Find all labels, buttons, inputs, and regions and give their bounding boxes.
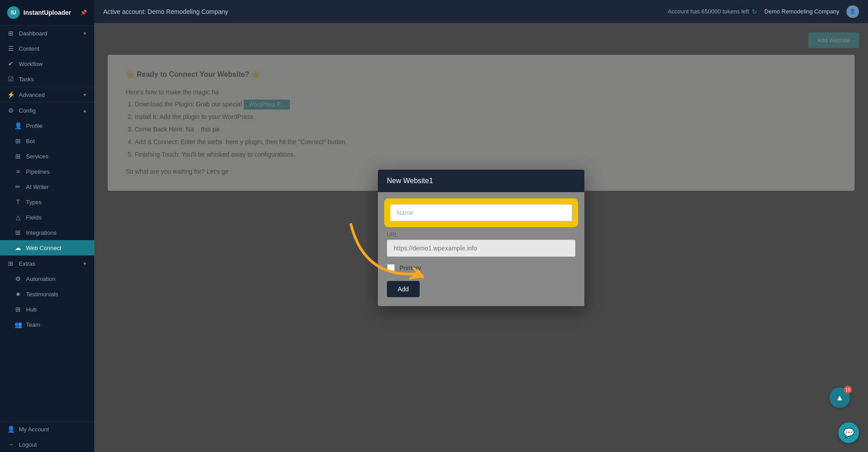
primary-row: Primary (387, 264, 575, 272)
sidebar-label: Content (19, 45, 87, 52)
scroll-top-button[interactable]: ▲ 16 (829, 387, 850, 408)
sidebar-item-hub[interactable]: ⊞ Hub (0, 302, 94, 317)
logo-icon: IU (7, 6, 20, 19)
workflow-icon: ✔ (7, 60, 14, 67)
chat-icon: 💬 (843, 427, 855, 438)
tokens-text: Account has 650000 tokens left (668, 8, 749, 15)
sidebar-item-testimonials[interactable]: ★ Testimonials (0, 286, 94, 302)
sidebar-label: Config (19, 107, 78, 114)
dashboard-icon: ⊞ (7, 30, 14, 37)
web-connect-icon: ☁ (14, 244, 22, 251)
sidebar-item-integrations[interactable]: ⊞ Integrations (0, 225, 94, 240)
name-input[interactable] (390, 204, 572, 221)
sidebar-item-extras[interactable]: ⊞ Extras ▼ (0, 256, 94, 271)
topbar: Active account: Demo Remodeling Company … (94, 0, 868, 23)
pipelines-icon: ≡ (14, 168, 22, 175)
sidebar-item-config[interactable]: ⚙ Config ▲ (0, 103, 94, 118)
topbar-title: Active account: Demo Remodeling Company (103, 8, 668, 15)
sidebar-item-workflow[interactable]: ✔ Workflow (0, 56, 94, 71)
sidebar-item-web-connect[interactable]: ☁ Web Connect (0, 240, 94, 255)
automation-icon: ⚙ (14, 275, 22, 282)
sidebar-item-pipelines[interactable]: ≡ Pipelines (0, 164, 94, 179)
sidebar-item-bot[interactable]: ⊞ Bot (0, 133, 94, 149)
logout-icon: → (7, 441, 14, 448)
sidebar-item-ai-writer[interactable]: ✏ AI Writer (0, 179, 94, 194)
types-icon: T (14, 198, 22, 206)
sidebar-label: Profile (26, 123, 87, 129)
modal-body: URL Primary Add (378, 192, 584, 306)
modal-header: New Website1 (378, 170, 584, 192)
sidebar-item-services[interactable]: ⊞ Services (0, 149, 94, 164)
pin-icon[interactable]: 📌 (80, 9, 87, 16)
sidebar-item-automation[interactable]: ⚙ Automation (0, 271, 94, 286)
sidebar-label: My Account (19, 426, 87, 433)
chat-button[interactable]: 💬 (838, 422, 859, 443)
account-name: Demo Remodeling Company (764, 8, 839, 15)
sidebar-item-logout[interactable]: → Logout (0, 437, 94, 452)
content-area: Add Website 🌟 Ready to Connect Your Webs… (94, 23, 868, 452)
sidebar-label: Integrations (26, 229, 87, 236)
refresh-icon[interactable]: ↻ (752, 8, 757, 15)
hub-icon: ⊞ (14, 306, 22, 313)
sidebar-label: Pipelines (26, 168, 87, 175)
sidebar-label: Dashboard (19, 30, 78, 37)
name-field-highlighted (387, 201, 575, 224)
sidebar-item-team[interactable]: 👥 Team (0, 317, 94, 332)
sidebar-label: Testimonials (26, 291, 87, 298)
tokens-info: Account has 650000 tokens left ↻ (668, 8, 757, 15)
advanced-icon: ⚡ (7, 91, 14, 98)
modal-new-website: New Website1 URL Primary (378, 170, 584, 306)
content-icon: ☰ (7, 45, 14, 52)
my-account-icon: 👤 (7, 426, 14, 433)
sidebar-item-types[interactable]: T Types (0, 194, 94, 210)
sidebar-label: AI Writer (26, 184, 87, 190)
bot-icon: ⊞ (14, 137, 22, 145)
sidebar-label: Workflow (19, 61, 87, 67)
sidebar-label: Bot (26, 138, 87, 145)
chevron-up-icon: ▲ (83, 108, 87, 113)
profile-icon: 👤 (14, 122, 22, 129)
extras-icon: ⊞ (7, 260, 14, 267)
avatar: 👤 (846, 5, 859, 18)
sidebar-label: Hub (26, 306, 87, 313)
sidebar-item-tasks[interactable]: ☑ Tasks (0, 71, 94, 87)
topbar-right: Account has 650000 tokens left ↻ Demo Re… (668, 5, 859, 18)
chevron-down-icon: ▼ (83, 31, 87, 36)
notification-badge: 16 (844, 386, 852, 394)
app-name: InstantUploader (23, 9, 71, 16)
ai-writer-icon: ✏ (14, 183, 22, 190)
sidebar-label: Services (26, 153, 87, 160)
primary-checkbox[interactable] (387, 264, 395, 272)
sidebar-item-my-account[interactable]: 👤 My Account (0, 421, 94, 437)
config-icon: ⚙ (7, 107, 14, 114)
sidebar-label: Types (26, 199, 87, 206)
url-input[interactable] (387, 240, 575, 257)
sidebar-logo[interactable]: IU InstantUploader 📌 (0, 0, 94, 26)
testimonials-icon: ★ (14, 290, 22, 298)
services-icon: ⊞ (14, 153, 22, 160)
sidebar-label: Fields (26, 214, 87, 221)
sidebar-item-advanced[interactable]: ⚡ Advanced ▼ (0, 87, 94, 102)
sidebar-item-profile[interactable]: 👤 Profile (0, 118, 94, 133)
main-area: Active account: Demo Remodeling Company … (94, 0, 868, 452)
chevron-down-icon: ▼ (83, 261, 87, 266)
url-label: URL (387, 232, 575, 238)
sidebar-label: Team (26, 321, 87, 328)
sidebar-label: Advanced (19, 92, 78, 98)
add-button[interactable]: Add (387, 281, 420, 297)
sidebar-label: Extras (19, 260, 78, 267)
sidebar-label: Logout (19, 441, 87, 448)
sidebar-label: Automation (26, 276, 87, 282)
sidebar-item-content[interactable]: ☰ Content (0, 41, 94, 56)
tasks-icon: ☑ (7, 75, 14, 83)
sidebar-item-dashboard[interactable]: ⊞ Dashboard ▼ (0, 26, 94, 41)
scroll-top-icon: ▲ (836, 393, 844, 403)
url-field: URL (387, 232, 575, 257)
chevron-down-icon: ▼ (83, 92, 87, 97)
fields-icon: △ (14, 214, 22, 221)
integrations-icon: ⊞ (14, 229, 22, 236)
team-icon: 👥 (14, 321, 22, 328)
modal-overlay[interactable]: New Website1 URL Primary (94, 23, 868, 452)
sidebar: IU InstantUploader 📌 ⊞ Dashboard ▼ ☰ Con… (0, 0, 94, 452)
sidebar-item-fields[interactable]: △ Fields (0, 210, 94, 225)
